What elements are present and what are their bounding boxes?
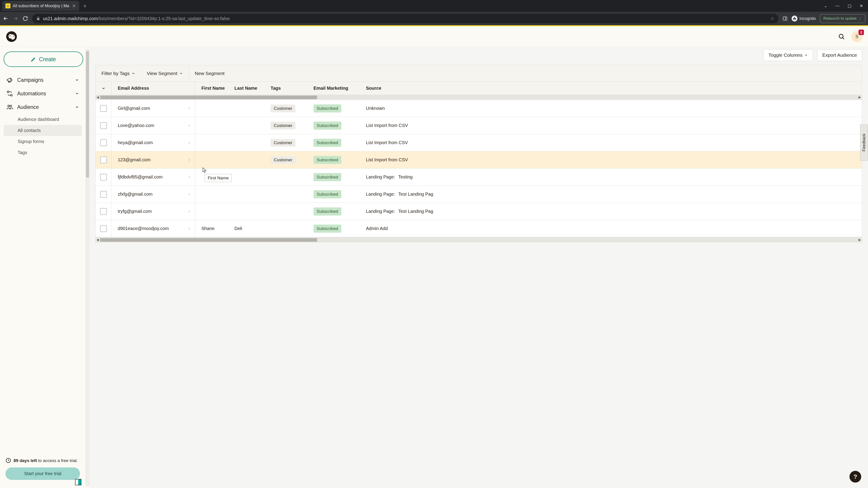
row-checkbox[interactable] [100, 191, 107, 198]
chevron-down-icon[interactable]: ⌄ [824, 3, 827, 8]
chevron-right-icon[interactable] [188, 107, 191, 110]
table-row[interactable]: zfxfg@gmail.com Subscribed Landing Page:… [96, 186, 862, 203]
theme-toggle-icon[interactable] [75, 479, 81, 485]
row-email-cell[interactable]: 123@gmail.com [112, 151, 195, 168]
column-first-name[interactable]: First Name [195, 86, 231, 91]
select-all-toggle[interactable] [96, 82, 112, 95]
maximize-icon[interactable]: ▢ [848, 3, 851, 8]
status-badge: Subscribed [313, 207, 341, 216]
table-row[interactable]: Girl@gmail.com Customer Subscribed Unkno… [96, 100, 862, 117]
row-checkbox[interactable] [100, 139, 107, 146]
row-email-cell[interactable]: Girl@gmail.com [112, 100, 195, 117]
row-checkbox-cell [96, 203, 112, 220]
tag-pill[interactable]: Customer [271, 122, 296, 129]
row-email-cell[interactable]: zfxfg@gmail.com [112, 186, 195, 203]
row-email-cell[interactable]: fjfdbdvf85@gmail.com [112, 168, 195, 186]
hscroll-thumb[interactable] [100, 96, 317, 99]
row-email-cell[interactable]: Love@yahoo.com [112, 117, 195, 134]
status-badge: Subscribed [313, 173, 341, 181]
column-email-marketing[interactable]: Email Marketing [310, 86, 360, 91]
table-row[interactable]: d901eace@moodjoy.com Shane Deli Subscrib… [96, 220, 862, 237]
sidebar-item-campaigns[interactable]: Campaigns [4, 73, 82, 87]
new-tab-button[interactable]: + [83, 2, 87, 9]
chevron-right-icon[interactable] [188, 175, 191, 179]
svg-point-8 [7, 91, 9, 93]
browser-tab[interactable]: 🐵 All subscribers of Moodjoy | Ma ✕ [2, 1, 79, 11]
view-segment-button[interactable]: View Segment [141, 65, 189, 82]
new-segment-button[interactable]: New Segment [189, 65, 230, 82]
horizontal-scrollbar[interactable]: ◀ ▶ [96, 95, 862, 100]
favicon-icon: 🐵 [5, 3, 10, 8]
row-source: List Import from CSV [360, 140, 862, 145]
tag-pill[interactable]: Customer [271, 105, 296, 112]
email-text: 123@gmail.com [118, 157, 151, 162]
row-checkbox[interactable] [100, 157, 107, 163]
scroll-right-icon[interactable]: ▶ [859, 95, 861, 99]
table-row[interactable]: 123@gmail.com Customer Subscribed List I… [96, 151, 862, 168]
browser-chrome: 🐵 All subscribers of Moodjoy | Ma ✕ + ⌄ … [0, 0, 868, 25]
row-source: Admin Add [360, 226, 862, 231]
scroll-left-icon[interactable]: ◀ [96, 95, 99, 99]
filter-by-tags-button[interactable]: Filter by Tags [96, 65, 141, 82]
row-checkbox[interactable] [100, 208, 107, 215]
row-last-name: Deli [231, 226, 268, 231]
row-checkbox-cell [96, 117, 112, 134]
status-badge: Subscribed [313, 190, 341, 198]
bookmark-icon[interactable]: ☆ [770, 16, 774, 21]
reload-button[interactable] [23, 16, 28, 21]
email-text: tryfg@gmail.com [118, 209, 152, 214]
export-audience-button[interactable]: Export Audience [817, 49, 862, 61]
hscroll-thumb[interactable] [100, 238, 317, 242]
back-button[interactable] [3, 15, 8, 22]
column-last-name[interactable]: Last Name [231, 86, 268, 91]
help-button[interactable]: ? [849, 471, 861, 483]
chevron-right-icon[interactable] [188, 124, 191, 127]
row-email-cell[interactable]: d901eace@moodjoy.com [112, 220, 195, 237]
chevron-right-icon[interactable] [188, 227, 191, 230]
chevron-right-icon[interactable] [188, 193, 191, 196]
column-email[interactable]: Email Address [112, 82, 195, 95]
tag-pill[interactable]: Customer [271, 139, 296, 147]
feedback-tab[interactable]: Feedback [860, 124, 868, 161]
sidebar-sub-tags[interactable]: Tags [4, 147, 82, 158]
chevron-right-icon[interactable] [188, 141, 191, 144]
search-icon[interactable] [838, 33, 845, 40]
url-input[interactable]: us21.admin.mailchimp.com/lists/members/?… [32, 14, 778, 23]
sidebar-item-audience[interactable]: Audience [4, 100, 82, 114]
row-email-cell[interactable]: heya@gmail.com [112, 134, 195, 151]
sidebar-scrollbar[interactable] [86, 49, 90, 486]
table-row[interactable]: Love@yahoo.com Customer Subscribed List … [96, 117, 862, 134]
column-tags[interactable]: Tags [268, 86, 310, 91]
column-source[interactable]: Source [360, 86, 862, 91]
horizontal-scrollbar-bottom[interactable]: ◀ ▶ [96, 237, 862, 242]
main-content: Toggle Columns Export Audience Filter by… [90, 47, 868, 488]
sidebar-sub-all-contacts[interactable]: All contacts [4, 125, 82, 136]
row-checkbox[interactable] [100, 122, 107, 129]
panel-icon[interactable] [782, 16, 787, 21]
sidebar-item-automations[interactable]: Automations [4, 87, 82, 100]
row-checkbox[interactable] [100, 225, 107, 232]
table-row[interactable]: tryfg@gmail.com Subscribed Landing Page:… [96, 203, 862, 220]
scroll-left-icon[interactable]: ◀ [96, 238, 99, 241]
tab-close-icon[interactable]: ✕ [72, 3, 76, 8]
minimize-icon[interactable]: — [835, 3, 839, 8]
row-email-cell[interactable]: tryfg@gmail.com [112, 203, 195, 220]
toggle-columns-button[interactable]: Toggle Columns [763, 49, 813, 61]
start-trial-button[interactable]: Start your free trial [5, 467, 80, 480]
table-row[interactable]: heya@gmail.com Customer Subscribed List … [96, 134, 862, 151]
forward-button[interactable] [13, 15, 19, 22]
row-checkbox[interactable] [100, 105, 107, 112]
relaunch-button[interactable]: Relaunch to update ⋮ [820, 14, 865, 23]
clock-icon [5, 457, 11, 464]
close-window-icon[interactable]: ✕ [860, 3, 863, 8]
chevron-right-icon[interactable] [188, 210, 191, 213]
mailchimp-logo[interactable] [5, 31, 18, 43]
row-checkbox[interactable] [100, 174, 107, 181]
sidebar-sub-signup-forms[interactable]: Signup forms [4, 136, 82, 147]
scroll-right-icon[interactable]: ▶ [859, 238, 861, 241]
chevron-right-icon[interactable] [188, 158, 191, 162]
sidebar-sub-audience-dashboard[interactable]: Audience dashboard [4, 114, 82, 125]
create-button[interactable]: Create [4, 52, 83, 67]
sidebar-scroll-thumb[interactable] [86, 51, 89, 177]
tag-pill[interactable]: Customer [271, 156, 296, 164]
